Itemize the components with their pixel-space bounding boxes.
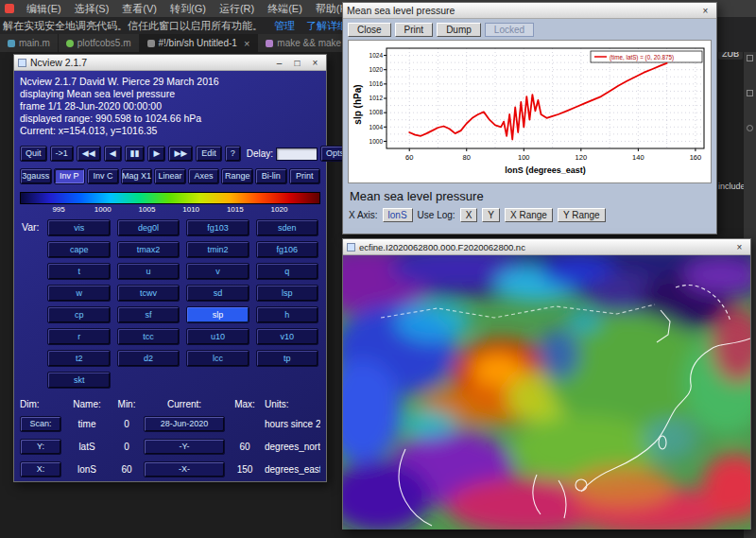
minimize-icon[interactable]: –: [272, 56, 286, 70]
dim-time-current-button[interactable]: 28-Jun-2020: [144, 416, 225, 432]
var-button-h[interactable]: h: [256, 306, 318, 323]
var-button-lcc[interactable]: lcc: [186, 350, 249, 367]
dim-time-button[interactable]: Scan:: [20, 416, 61, 432]
dimension-table: Dim:Name:Min:Current:Max:Units: Scan:tim…: [20, 399, 320, 477]
var-button-cape[interactable]: cape: [47, 241, 110, 258]
x-range-button[interactable]: X Range: [505, 208, 553, 222]
dim-latS-current-button[interactable]: -Y-: [144, 439, 225, 455]
var-button-sd[interactable]: sd: [186, 285, 249, 302]
edit-button[interactable]: Edit: [196, 146, 222, 162]
dump-button[interactable]: Dump: [437, 23, 481, 37]
plot-titlebar[interactable]: Mean sea level pressure ×: [343, 3, 716, 19]
inv-p-button[interactable]: Inv P: [54, 168, 86, 184]
var-button-fg103[interactable]: fg103: [186, 219, 249, 236]
var-button-vis[interactable]: vis: [47, 219, 110, 236]
var-button-tp[interactable]: tp: [256, 350, 318, 367]
dim-lonS-button[interactable]: X:: [20, 461, 61, 477]
print-button[interactable]: Print: [395, 23, 434, 37]
goto-frame-1-button[interactable]: ->1: [50, 146, 74, 162]
maximize-icon[interactable]: □: [290, 56, 304, 70]
activity-icon[interactable]: [747, 125, 753, 131]
help-button[interactable]: ?: [225, 146, 241, 162]
var-button-lsp[interactable]: lsp: [256, 285, 318, 302]
var-button-sden[interactable]: sden: [256, 219, 318, 236]
3gauss-button[interactable]: 3gauss: [20, 168, 52, 184]
svg-text:1024: 1024: [369, 52, 384, 59]
var-button-sf[interactable]: sf: [117, 306, 180, 323]
fast-forward-button[interactable]: ▶▶: [168, 146, 193, 162]
svg-text:1000: 1000: [369, 138, 384, 145]
menu-item-3[interactable]: 查看(V): [115, 2, 163, 16]
tab-1[interactable]: main.m: [0, 34, 59, 52]
bi-lin-button[interactable]: Bi-lin: [255, 168, 287, 184]
dim-lonS-current-button[interactable]: -X-: [144, 461, 225, 477]
var-button-t2[interactable]: t2: [47, 350, 110, 367]
var-button-tcc[interactable]: tcc: [117, 328, 180, 345]
locked-button[interactable]: Locked: [485, 23, 534, 37]
x-axis-variable-button[interactable]: lonS: [383, 208, 413, 222]
manage-link[interactable]: 管理: [274, 19, 295, 33]
y-range-button[interactable]: Y Range: [558, 208, 606, 222]
menu-item-4[interactable]: 转到(G): [163, 2, 213, 16]
inv-c-button[interactable]: Inv C: [87, 168, 119, 184]
var-button-q[interactable]: q: [256, 263, 318, 280]
menu-item-5[interactable]: 运行(R): [213, 2, 261, 16]
tab-3[interactable]: #!/bin/sh Untitled-1×: [140, 34, 259, 52]
var-button-u10[interactable]: u10: [186, 328, 249, 345]
var-button-fg106[interactable]: fg106: [256, 241, 318, 258]
step-forward-button[interactable]: ▶: [147, 146, 165, 162]
step-back-button[interactable]: ◀: [104, 146, 122, 162]
var-button-r[interactable]: r: [47, 328, 110, 345]
activity-icon[interactable]: [747, 55, 753, 61]
var-button-skt[interactable]: skt: [47, 372, 110, 389]
var-button-w[interactable]: w: [47, 285, 110, 302]
linear-button[interactable]: Linear: [154, 168, 186, 184]
dim-header-3: Min:: [112, 399, 141, 409]
print-button[interactable]: Print: [289, 168, 321, 184]
range-button[interactable]: Range: [221, 168, 253, 184]
delay-input[interactable]: [276, 148, 318, 161]
rewind-button[interactable]: ◀◀: [77, 146, 101, 162]
var-button-tmin2[interactable]: tmin2: [186, 241, 249, 258]
close-icon[interactable]: ×: [732, 240, 747, 254]
close-icon[interactable]: ×: [698, 4, 713, 18]
menu-item-2[interactable]: 选择(S): [68, 2, 116, 16]
mag-x1-button[interactable]: Mag X1: [121, 168, 153, 184]
pause-button[interactable]: ▮▮: [125, 146, 146, 162]
dim-latS-button[interactable]: Y:: [20, 439, 61, 455]
log-y-button[interactable]: Y: [482, 208, 500, 222]
variable-section: Var: visdeg0lfg103sdencapetmax2tmin2fg10…: [20, 219, 320, 389]
plot-window-title: Mean sea level pressure: [347, 5, 695, 16]
log-x-button[interactable]: X: [460, 208, 478, 222]
pressure-map-image[interactable]: [343, 255, 750, 529]
var-button-v[interactable]: v: [186, 263, 249, 280]
svg-text:1012: 1012: [369, 95, 384, 101]
dim-units: hours since 2: [265, 419, 320, 429]
menu-item-1[interactable]: 编辑(E): [20, 2, 68, 16]
var-button-deg0l[interactable]: deg0l: [117, 219, 180, 236]
close-icon[interactable]: ×: [308, 56, 322, 70]
var-button-t[interactable]: t: [47, 263, 110, 280]
menu-item-6[interactable]: 终端(E): [261, 2, 309, 16]
axes-button[interactable]: Axes: [188, 168, 220, 184]
var-button-v10[interactable]: v10: [256, 328, 318, 345]
dim-row-latS: Y:latS0-Y-60degrees_nort: [20, 439, 320, 455]
var-button-u[interactable]: u: [117, 263, 180, 280]
activity-icon[interactable]: [747, 90, 753, 96]
colorbar[interactable]: [20, 192, 320, 204]
map-titlebar[interactable]: ecfine.I2020062800.000.F2020062800.nc ×: [343, 239, 750, 255]
var-button-tmax2[interactable]: tmax2: [117, 241, 180, 258]
dim-units: degrees_east: [265, 464, 320, 475]
var-button-tcwv[interactable]: tcwv: [117, 285, 180, 302]
close-icon[interactable]: ×: [244, 38, 249, 49]
tab-2[interactable]: plotfcobs5.m: [59, 34, 140, 52]
var-button-cp[interactable]: cp: [47, 306, 110, 323]
dim-min: 0: [112, 442, 141, 452]
ncview-titlebar[interactable]: Ncview 2.1.7 – □ ×: [14, 55, 326, 71]
quit-button[interactable]: Quit: [20, 146, 47, 162]
svg-text:1020: 1020: [369, 66, 384, 73]
var-button-slp[interactable]: slp: [186, 306, 249, 323]
var-button-d2[interactable]: d2: [117, 350, 180, 367]
svg-text:160: 160: [690, 153, 702, 162]
close-button[interactable]: Close: [348, 23, 391, 37]
